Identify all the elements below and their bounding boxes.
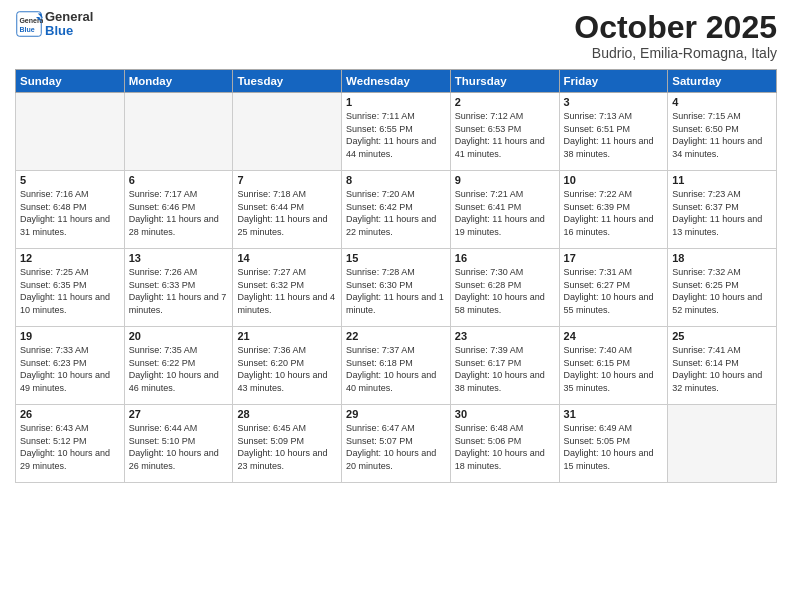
day-number: 9: [455, 174, 555, 186]
calendar-cell: 26Sunrise: 6:43 AMSunset: 5:12 PMDayligh…: [16, 405, 125, 483]
day-number: 12: [20, 252, 120, 264]
calendar-cell: [668, 405, 777, 483]
calendar-cell: 3Sunrise: 7:13 AMSunset: 6:51 PMDaylight…: [559, 93, 668, 171]
day-number: 26: [20, 408, 120, 420]
calendar-cell: 16Sunrise: 7:30 AMSunset: 6:28 PMDayligh…: [450, 249, 559, 327]
day-number: 27: [129, 408, 229, 420]
calendar-header-row: SundayMondayTuesdayWednesdayThursdayFrid…: [16, 70, 777, 93]
day-info: Sunrise: 7:37 AMSunset: 6:18 PMDaylight:…: [346, 344, 446, 394]
day-info: Sunrise: 7:30 AMSunset: 6:28 PMDaylight:…: [455, 266, 555, 316]
day-number: 22: [346, 330, 446, 342]
day-info: Sunrise: 6:47 AMSunset: 5:07 PMDaylight:…: [346, 422, 446, 472]
day-number: 17: [564, 252, 664, 264]
calendar-cell: 1Sunrise: 7:11 AMSunset: 6:55 PMDaylight…: [342, 93, 451, 171]
day-number: 19: [20, 330, 120, 342]
day-number: 7: [237, 174, 337, 186]
day-number: 3: [564, 96, 664, 108]
day-info: Sunrise: 7:12 AMSunset: 6:53 PMDaylight:…: [455, 110, 555, 160]
day-info: Sunrise: 6:48 AMSunset: 5:06 PMDaylight:…: [455, 422, 555, 472]
calendar-week-row: 1Sunrise: 7:11 AMSunset: 6:55 PMDaylight…: [16, 93, 777, 171]
day-info: Sunrise: 7:18 AMSunset: 6:44 PMDaylight:…: [237, 188, 337, 238]
day-number: 4: [672, 96, 772, 108]
day-info: Sunrise: 7:36 AMSunset: 6:20 PMDaylight:…: [237, 344, 337, 394]
calendar-cell: 14Sunrise: 7:27 AMSunset: 6:32 PMDayligh…: [233, 249, 342, 327]
day-number: 18: [672, 252, 772, 264]
calendar-cell: 18Sunrise: 7:32 AMSunset: 6:25 PMDayligh…: [668, 249, 777, 327]
calendar-cell: 7Sunrise: 7:18 AMSunset: 6:44 PMDaylight…: [233, 171, 342, 249]
calendar-cell: 21Sunrise: 7:36 AMSunset: 6:20 PMDayligh…: [233, 327, 342, 405]
day-number: 20: [129, 330, 229, 342]
day-of-week-header: Wednesday: [342, 70, 451, 93]
calendar-cell: 13Sunrise: 7:26 AMSunset: 6:33 PMDayligh…: [124, 249, 233, 327]
day-number: 15: [346, 252, 446, 264]
calendar-cell: [124, 93, 233, 171]
calendar-cell: 10Sunrise: 7:22 AMSunset: 6:39 PMDayligh…: [559, 171, 668, 249]
day-of-week-header: Friday: [559, 70, 668, 93]
logo-icon: General Blue: [15, 10, 43, 38]
day-info: Sunrise: 7:20 AMSunset: 6:42 PMDaylight:…: [346, 188, 446, 238]
calendar-week-row: 19Sunrise: 7:33 AMSunset: 6:23 PMDayligh…: [16, 327, 777, 405]
day-of-week-header: Saturday: [668, 70, 777, 93]
day-number: 1: [346, 96, 446, 108]
day-of-week-header: Sunday: [16, 70, 125, 93]
calendar-week-row: 26Sunrise: 6:43 AMSunset: 5:12 PMDayligh…: [16, 405, 777, 483]
day-of-week-header: Tuesday: [233, 70, 342, 93]
day-info: Sunrise: 6:49 AMSunset: 5:05 PMDaylight:…: [564, 422, 664, 472]
calendar-cell: 2Sunrise: 7:12 AMSunset: 6:53 PMDaylight…: [450, 93, 559, 171]
svg-text:Blue: Blue: [19, 26, 34, 33]
day-info: Sunrise: 7:26 AMSunset: 6:33 PMDaylight:…: [129, 266, 229, 316]
day-number: 6: [129, 174, 229, 186]
calendar-cell: 5Sunrise: 7:16 AMSunset: 6:48 PMDaylight…: [16, 171, 125, 249]
day-number: 21: [237, 330, 337, 342]
logo-general: General: [45, 10, 93, 24]
day-info: Sunrise: 7:27 AMSunset: 6:32 PMDaylight:…: [237, 266, 337, 316]
day-number: 16: [455, 252, 555, 264]
day-info: Sunrise: 7:28 AMSunset: 6:30 PMDaylight:…: [346, 266, 446, 316]
day-info: Sunrise: 7:13 AMSunset: 6:51 PMDaylight:…: [564, 110, 664, 160]
day-info: Sunrise: 7:16 AMSunset: 6:48 PMDaylight:…: [20, 188, 120, 238]
day-info: Sunrise: 6:45 AMSunset: 5:09 PMDaylight:…: [237, 422, 337, 472]
day-number: 10: [564, 174, 664, 186]
calendar-cell: 17Sunrise: 7:31 AMSunset: 6:27 PMDayligh…: [559, 249, 668, 327]
title-block: October 2025 Budrio, Emilia-Romagna, Ita…: [574, 10, 777, 61]
day-info: Sunrise: 7:21 AMSunset: 6:41 PMDaylight:…: [455, 188, 555, 238]
logo-blue: Blue: [45, 24, 93, 38]
day-info: Sunrise: 7:15 AMSunset: 6:50 PMDaylight:…: [672, 110, 772, 160]
day-info: Sunrise: 7:31 AMSunset: 6:27 PMDaylight:…: [564, 266, 664, 316]
day-number: 24: [564, 330, 664, 342]
calendar-cell: 25Sunrise: 7:41 AMSunset: 6:14 PMDayligh…: [668, 327, 777, 405]
calendar-cell: 23Sunrise: 7:39 AMSunset: 6:17 PMDayligh…: [450, 327, 559, 405]
day-number: 30: [455, 408, 555, 420]
day-info: Sunrise: 7:22 AMSunset: 6:39 PMDaylight:…: [564, 188, 664, 238]
day-info: Sunrise: 7:41 AMSunset: 6:14 PMDaylight:…: [672, 344, 772, 394]
day-number: 8: [346, 174, 446, 186]
calendar-cell: [233, 93, 342, 171]
day-info: Sunrise: 7:39 AMSunset: 6:17 PMDaylight:…: [455, 344, 555, 394]
calendar-week-row: 5Sunrise: 7:16 AMSunset: 6:48 PMDaylight…: [16, 171, 777, 249]
calendar-cell: 29Sunrise: 6:47 AMSunset: 5:07 PMDayligh…: [342, 405, 451, 483]
calendar: SundayMondayTuesdayWednesdayThursdayFrid…: [15, 69, 777, 483]
calendar-cell: 9Sunrise: 7:21 AMSunset: 6:41 PMDaylight…: [450, 171, 559, 249]
day-of-week-header: Monday: [124, 70, 233, 93]
day-info: Sunrise: 7:17 AMSunset: 6:46 PMDaylight:…: [129, 188, 229, 238]
calendar-cell: 4Sunrise: 7:15 AMSunset: 6:50 PMDaylight…: [668, 93, 777, 171]
day-number: 25: [672, 330, 772, 342]
calendar-cell: [16, 93, 125, 171]
calendar-cell: 8Sunrise: 7:20 AMSunset: 6:42 PMDaylight…: [342, 171, 451, 249]
day-info: Sunrise: 7:35 AMSunset: 6:22 PMDaylight:…: [129, 344, 229, 394]
calendar-week-row: 12Sunrise: 7:25 AMSunset: 6:35 PMDayligh…: [16, 249, 777, 327]
header: General Blue General Blue October 2025 B…: [15, 10, 777, 61]
day-number: 2: [455, 96, 555, 108]
day-info: Sunrise: 7:11 AMSunset: 6:55 PMDaylight:…: [346, 110, 446, 160]
day-number: 29: [346, 408, 446, 420]
calendar-cell: 20Sunrise: 7:35 AMSunset: 6:22 PMDayligh…: [124, 327, 233, 405]
day-info: Sunrise: 7:33 AMSunset: 6:23 PMDaylight:…: [20, 344, 120, 394]
day-number: 14: [237, 252, 337, 264]
day-number: 13: [129, 252, 229, 264]
day-info: Sunrise: 6:44 AMSunset: 5:10 PMDaylight:…: [129, 422, 229, 472]
day-info: Sunrise: 7:23 AMSunset: 6:37 PMDaylight:…: [672, 188, 772, 238]
day-number: 23: [455, 330, 555, 342]
calendar-cell: 28Sunrise: 6:45 AMSunset: 5:09 PMDayligh…: [233, 405, 342, 483]
day-number: 11: [672, 174, 772, 186]
calendar-cell: 6Sunrise: 7:17 AMSunset: 6:46 PMDaylight…: [124, 171, 233, 249]
